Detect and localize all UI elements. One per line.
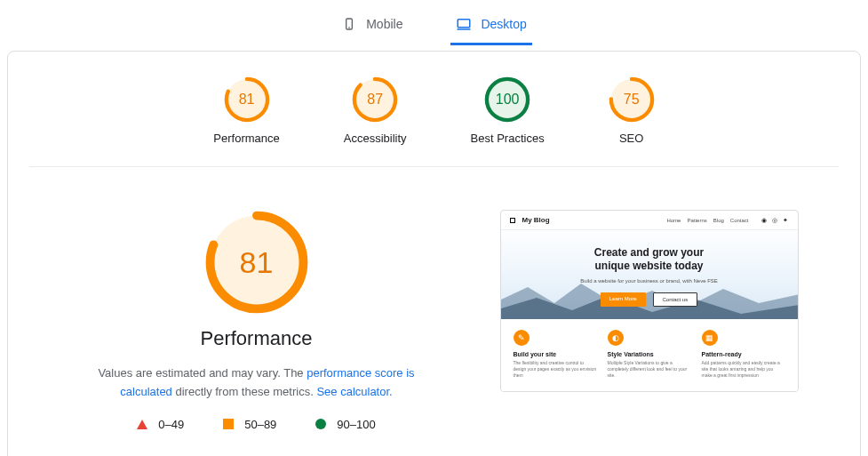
gauge-seo[interactable]: 75 SEO bbox=[609, 76, 655, 145]
desktop-icon bbox=[456, 16, 472, 32]
gauge-value: 87 bbox=[352, 76, 398, 123]
gauge-value: 100 bbox=[484, 76, 530, 123]
gauge-best-practices[interactable]: 100 Best Practices bbox=[471, 76, 545, 145]
score-legend: 0–49 50–89 90–100 bbox=[70, 418, 443, 431]
performance-detail: 81 Performance Values are estimated and … bbox=[70, 210, 443, 431]
preview-features: ✎ Build your site The flexibility and cr… bbox=[501, 319, 798, 391]
tab-mobile-label: Mobile bbox=[366, 17, 402, 31]
performance-big-gauge: 81 bbox=[204, 210, 309, 315]
page-screenshot-preview: My Blog Home Patterns Blog Contact ◉ ◎ ✦ bbox=[500, 210, 799, 392]
device-tabs: Mobile Desktop bbox=[0, 0, 868, 45]
divider bbox=[29, 166, 839, 167]
grid-icon: ▦ bbox=[702, 330, 718, 346]
preview-cta-secondary: Contact us bbox=[653, 292, 698, 307]
gauge-label: Best Practices bbox=[471, 132, 545, 145]
preview-brand: My Blog bbox=[522, 216, 550, 224]
legend-mid: 50–89 bbox=[223, 418, 276, 431]
preview-hero: Create and grow yourunique website today… bbox=[501, 230, 798, 319]
gauge-label: SEO bbox=[609, 132, 655, 145]
preview-hero-title: Create and grow yourunique website today bbox=[510, 246, 789, 273]
performance-title: Performance bbox=[70, 327, 443, 350]
gauge-label: Performance bbox=[213, 132, 279, 145]
performance-big-value: 81 bbox=[204, 210, 309, 315]
tab-mobile[interactable]: Mobile bbox=[336, 7, 408, 45]
preview-cta-primary: Learn More bbox=[601, 292, 646, 307]
see-calculator-link[interactable]: See calculator. bbox=[316, 385, 392, 398]
legend-bad: 0–49 bbox=[137, 418, 184, 431]
triangle-icon bbox=[137, 420, 147, 429]
preview-feature: ◐ Style Variations Multiple Style Variat… bbox=[608, 330, 691, 379]
gauge-value: 75 bbox=[609, 76, 655, 123]
mobile-icon bbox=[341, 16, 357, 32]
instagram-icon: ◎ bbox=[772, 217, 778, 223]
gauge-performance[interactable]: 81 Performance bbox=[213, 76, 279, 145]
legend-good: 90–100 bbox=[315, 418, 375, 431]
gauge-value: 81 bbox=[224, 76, 270, 123]
circle-icon bbox=[315, 419, 326, 429]
results-panel: 81 Performance 87 Accessibility 100 Best… bbox=[7, 51, 861, 456]
preview-navbar: My Blog Home Patterns Blog Contact ◉ ◎ ✦ bbox=[501, 211, 798, 230]
preview-feature: ✎ Build your site The flexibility and cr… bbox=[514, 330, 597, 379]
twitter-icon: ✦ bbox=[783, 217, 789, 223]
gauge-accessibility[interactable]: 87 Accessibility bbox=[344, 76, 407, 145]
tab-desktop-label: Desktop bbox=[481, 17, 526, 31]
preview-logo-icon bbox=[510, 218, 515, 223]
preview-hero-sub: Build a website for your business or bra… bbox=[510, 278, 789, 284]
palette-icon: ◐ bbox=[608, 330, 624, 346]
gauge-row: 81 Performance 87 Accessibility 100 Best… bbox=[29, 73, 839, 166]
gauge-label: Accessibility bbox=[344, 132, 407, 145]
square-icon bbox=[223, 419, 234, 429]
facebook-icon: ◉ bbox=[761, 217, 768, 223]
svg-rect-2 bbox=[458, 20, 471, 28]
tab-desktop[interactable]: Desktop bbox=[450, 7, 531, 45]
preview-feature: ▦ Pattern-ready Add patterns quickly and… bbox=[702, 330, 785, 379]
wrench-icon: ✎ bbox=[514, 330, 530, 346]
performance-description: Values are estimated and may vary. The p… bbox=[70, 364, 443, 418]
